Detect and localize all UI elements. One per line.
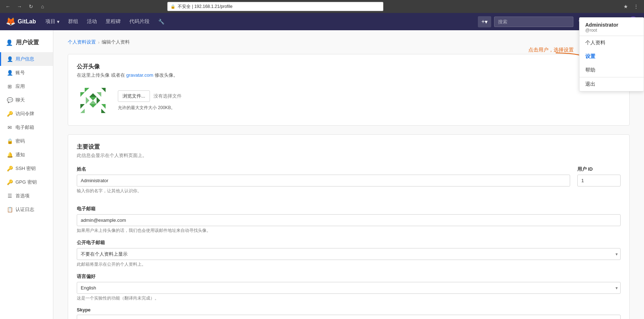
nav-item-wrench[interactable]: 🔧 (155, 16, 168, 27)
sidebar-item-label: 电子邮箱 (15, 124, 34, 131)
user-id-input[interactable] (577, 175, 621, 187)
full-name-hint: 输入你的名字，让其他人认识你。 (77, 188, 570, 194)
sidebar: 👤 用户设置 👤 用户信息 👤 账号 ⊞ 应用 💬 聊天 🔑 访问令牌 ✉ 电子… (0, 30, 53, 319)
language-hint: 这是一个实验性的功能（翻译尚未完成）。 (77, 295, 621, 301)
nav-item-milestones[interactable]: 里程碑 (102, 15, 124, 28)
breadcrumb-parent[interactable]: 个人资料设置 (68, 39, 96, 45)
sidebar-item-preferences[interactable]: ☰ 首选项 (0, 189, 53, 203)
chevron-down-icon: ▾ (57, 19, 59, 24)
search-input[interactable] (494, 17, 573, 27)
public-email-hint: 此邮箱将显示在公开的个人资料上。 (77, 261, 621, 268)
chevron-down-icon-small: ▾ (485, 18, 488, 25)
sidebar-item-email[interactable]: ✉ 电子邮箱 (0, 121, 53, 134)
avatar-upload-controls: 浏览文件... 没有选择文件 允许的最大文件大小 200KB。 (118, 90, 182, 111)
main-settings-description: 此信息会显示在个人资料页面上。 (77, 152, 621, 159)
ssh-keys-icon: 🔑 (7, 166, 13, 171)
language-label: 语言偏好 (77, 273, 621, 280)
user-info-icon: 👤 (7, 56, 13, 62)
browser-menu-button[interactable]: ⋮ (632, 2, 640, 11)
new-item-button[interactable]: + ▾ (478, 16, 491, 27)
sidebar-item-gpg-keys[interactable]: 🔑 GPG 密钥 (0, 175, 53, 189)
public-email-select[interactable]: 不要在个人资料上显示 (77, 248, 621, 260)
avatar-preview (77, 84, 109, 117)
audit-log-icon: 📋 (7, 207, 13, 212)
skype-input[interactable] (77, 315, 621, 319)
main-layout: 👤 用户设置 👤 用户信息 👤 账号 ⊞ 应用 💬 聊天 🔑 访问令牌 ✉ 电子… (0, 30, 644, 319)
full-name-group: 姓名 输入你的名字，让其他人认识你。 (77, 166, 570, 194)
security-icon: 🔒 (170, 4, 176, 9)
email-group: 电子邮箱 如果用户未上传头像的话，我们也会使用该邮件地址来自动寻找头像。 (77, 206, 621, 234)
sidebar-item-user-info[interactable]: 👤 用户信息 (0, 52, 53, 66)
sidebar-item-ssh-keys[interactable]: 🔑 SSH 密钥 (0, 162, 53, 175)
applications-icon: ⊞ (7, 84, 13, 89)
sidebar-item-label: 应用 (15, 83, 25, 90)
forward-button[interactable]: → (15, 2, 24, 11)
sidebar-header: 👤 用户设置 (0, 36, 53, 52)
sidebar-item-label: 账号 (15, 69, 25, 76)
browse-files-button[interactable]: 浏览文件... (118, 90, 150, 102)
sidebar-header-icon: 👤 (6, 39, 13, 46)
dropdown-handle: @root (585, 28, 638, 33)
gitlab-logo-text: GitLab (18, 18, 36, 25)
content-area: 个人资料设置 › 编辑个人资料 公开头像 在这里上传头像 或者在 gravata… (53, 30, 644, 319)
language-group: 语言偏好 English ▾ 这是一个实验性的功能（翻译尚未完成）。 (77, 273, 621, 301)
sidebar-item-label: 访问令牌 (15, 111, 34, 117)
full-name-input[interactable] (77, 175, 570, 187)
gravatar-link[interactable]: gravatar.com (126, 72, 153, 78)
nav-item-activity[interactable]: 活动 (83, 15, 101, 28)
reload-button[interactable]: ↻ (27, 2, 35, 11)
dropdown-item-signout[interactable]: 退出 (579, 77, 644, 91)
browser-star-button[interactable]: ★ (622, 2, 630, 11)
sidebar-item-applications[interactable]: ⊞ 应用 (0, 80, 53, 93)
sidebar-item-label: GPG 密钥 (15, 179, 37, 185)
dropdown-item-profile[interactable]: 个人资料 (579, 36, 644, 50)
sidebar-item-access-tokens[interactable]: 🔑 访问令牌 (0, 107, 53, 121)
email-hint: 如果用户未上传头像的话，我们也会使用该邮件地址来自动寻找头像。 (77, 228, 621, 234)
browser-chrome: ← → ↻ ⌂ 🔒 不安全 | 192.168.1.21/profile ★ ⋮ (0, 0, 644, 13)
sidebar-item-account[interactable]: 👤 账号 (0, 66, 53, 80)
sidebar-item-label: 首选项 (15, 193, 30, 199)
breadcrumb-current: 编辑个人资料 (102, 39, 130, 45)
sidebar-header-label: 用户设置 (16, 39, 39, 46)
name-id-row: 姓名 输入你的名字，让其他人认识你。 用户 ID (77, 166, 621, 200)
main-settings-title: 主要设置 (77, 143, 621, 151)
nav-item-groups[interactable]: 群组 (65, 15, 82, 28)
address-bar[interactable]: 🔒 不安全 | 192.168.1.21/profile (167, 2, 383, 11)
password-icon: 🔒 (7, 138, 13, 144)
gitlab-logo-icon: 🦊 (6, 17, 15, 26)
language-select[interactable]: English (77, 282, 621, 294)
nav-item-projects[interactable]: 项目 ▾ (42, 15, 63, 28)
sidebar-item-label: 认证日志 (15, 206, 34, 213)
gitlab-navbar: 🦊 GitLab 项目 ▾ 群组 活动 里程碑 代码片段 🔧 + ▾ 🔍 ⚌ ⚙ (0, 13, 644, 30)
gpg-keys-icon: 🔑 (7, 179, 13, 185)
user-id-group: 用户 ID (577, 166, 621, 194)
home-button[interactable]: ⌂ (38, 2, 47, 11)
full-name-label: 姓名 (77, 166, 570, 172)
language-select-wrapper: English ▾ (77, 282, 621, 294)
dropdown-item-help[interactable]: 帮助 (579, 63, 644, 77)
sidebar-item-audit-log[interactable]: 📋 认证日志 (0, 203, 53, 216)
back-button[interactable]: ← (4, 2, 12, 11)
email-icon: ✉ (7, 125, 13, 130)
nav-item-snippets[interactable]: 代码片段 (126, 15, 153, 28)
sidebar-item-notifications[interactable]: 🔔 通知 (0, 148, 53, 162)
avatar-section-description: 在这里上传头像 或者在 gravatar.com 修改头像。 (77, 72, 621, 78)
browser-right-icons: ★ ⋮ (622, 2, 640, 11)
sidebar-item-label: SSH 密钥 (15, 165, 36, 172)
sidebar-item-chat[interactable]: 💬 聊天 (0, 93, 53, 107)
public-email-label: 公开电子邮箱 (77, 239, 621, 246)
sidebar-item-password[interactable]: 🔒 密码 (0, 134, 53, 148)
sidebar-item-label: 用户信息 (15, 56, 34, 62)
url-display: 192.168.1.21/profile (194, 4, 232, 9)
access-tokens-icon: 🔑 (7, 111, 13, 117)
avatar-section-title: 公开头像 (77, 63, 621, 71)
gitlab-logo[interactable]: 🦊 GitLab (6, 17, 36, 26)
skype-group: Skype (77, 307, 621, 319)
sidebar-item-label: 聊天 (15, 97, 25, 103)
dropdown-item-settings[interactable]: 设置 (579, 50, 644, 63)
dropdown-header: Administrator @root (579, 18, 644, 36)
no-file-selected-text: 没有选择文件 (154, 93, 182, 99)
security-label: 不安全 (178, 4, 191, 10)
main-settings-section: 主要设置 此信息会显示在个人资料页面上。 姓名 输入你的名字，让其他人认识你。 … (68, 134, 630, 319)
email-input[interactable] (77, 214, 621, 226)
